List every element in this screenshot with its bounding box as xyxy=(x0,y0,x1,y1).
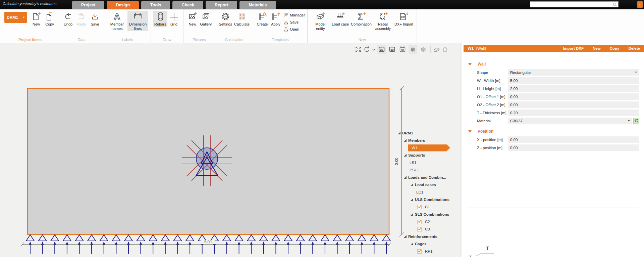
tree-item-members[interactable]: Members xyxy=(396,137,460,144)
template-apply-button[interactable]: Apply xyxy=(269,11,282,27)
combination-button[interactable]: Σ Combination xyxy=(350,11,373,27)
calculate-button[interactable]: + × ÷ = Calculate xyxy=(233,11,251,27)
tree-item-uls-combinations[interactable]: ULS Combinations xyxy=(396,196,460,203)
section-header[interactable]: Wall xyxy=(468,61,644,67)
tree-selection-highlight[interactable]: W1 xyxy=(408,144,450,152)
tree-item-load-cases[interactable]: Load cases xyxy=(396,181,460,188)
property-input[interactable]: 5.00 xyxy=(508,77,639,84)
tree-item-ls1[interactable]: LS1 xyxy=(396,159,460,166)
search-box[interactable] xyxy=(530,1,619,7)
tree-item-c1[interactable]: C1 xyxy=(396,203,460,211)
tab-materials[interactable]: Materials xyxy=(239,1,276,9)
import-dxf-button[interactable]: Import DXF xyxy=(563,46,584,50)
tree-checkbox[interactable] xyxy=(417,220,422,224)
tree-item-reinforcements[interactable]: Reinforcements xyxy=(396,233,460,240)
tree-item-rp1[interactable]: RP1 xyxy=(396,248,460,255)
info-button[interactable]: i xyxy=(637,1,643,8)
model-entity-button[interactable]: Model entity xyxy=(310,11,331,31)
tree-checkbox[interactable] xyxy=(417,205,422,209)
property-input[interactable]: 0.00 xyxy=(508,101,639,108)
zoom-fit-icon[interactable] xyxy=(355,46,362,53)
save-button[interactable]: Save xyxy=(88,11,102,27)
property-input[interactable]: 0.20 xyxy=(508,110,639,116)
model-canvas[interactable]: 5.00 2.00 xyxy=(0,43,460,257)
property-input[interactable]: 0.00 xyxy=(508,93,639,100)
new-member-button[interactable]: New xyxy=(593,46,601,50)
tab-project[interactable]: Project xyxy=(72,1,104,9)
collapse-triangle-icon[interactable] xyxy=(468,63,472,66)
tree-expander-icon[interactable] xyxy=(404,139,407,142)
property-dropdown[interactable]: Rectangular▼ xyxy=(508,69,639,76)
template-create-button[interactable]: Create xyxy=(256,11,269,27)
tree-item-sls-combinations[interactable]: SLS Combinations xyxy=(396,211,460,218)
new-project-button[interactable]: New xyxy=(30,11,43,27)
ribbon-button-label: Grid xyxy=(170,22,177,27)
member-names-toggle[interactable]: A Member names xyxy=(107,11,127,31)
divider xyxy=(21,14,21,20)
rotate-view-icon[interactable] xyxy=(363,46,370,53)
tree-item-lc1[interactable]: LC1 xyxy=(396,188,460,196)
svg-text:Σ: Σ xyxy=(358,12,363,21)
support-triangle xyxy=(284,235,292,241)
delete-member-button[interactable]: Delete xyxy=(628,46,640,50)
tree-item-psl1[interactable]: PSL1 xyxy=(396,166,460,174)
chevron-down-icon[interactable]: ▼ xyxy=(628,119,630,122)
tab-design[interactable]: Design xyxy=(107,1,139,9)
gallery-button[interactable]: Gallery xyxy=(199,11,213,27)
home-view-icon[interactable] xyxy=(442,46,448,53)
tree-expander-icon[interactable] xyxy=(411,213,413,216)
tree-expander-icon[interactable] xyxy=(411,243,413,245)
copy-member-button[interactable]: Copy xyxy=(610,46,620,50)
rebar-assembly-icon xyxy=(378,11,388,22)
tree-expander-icon[interactable] xyxy=(404,154,407,157)
load-case-button[interactable]: Load case xyxy=(331,11,350,27)
view-3d-dimensions-button[interactable]: 3D xyxy=(398,45,407,54)
chevron-down-icon[interactable]: ▼ xyxy=(635,71,637,74)
grid-toggle[interactable]: Grid xyxy=(167,11,181,27)
tree-expander-icon[interactable] xyxy=(411,198,413,201)
tree-item-supports[interactable]: Supports xyxy=(396,152,460,159)
template-manager-button[interactable]: Manager xyxy=(283,11,305,18)
tree-item-cages[interactable]: Cages xyxy=(396,240,460,248)
search-input[interactable] xyxy=(530,2,613,7)
project-selector-button[interactable]: DRM1 ▾ xyxy=(4,12,27,23)
property-dropdown[interactable]: C30/37▼ xyxy=(508,118,632,124)
rebars-toggle[interactable]: Rebars xyxy=(153,11,167,27)
collapse-triangle-icon[interactable] xyxy=(468,130,472,133)
tree-expander-icon[interactable] xyxy=(398,132,400,134)
tab-check[interactable]: Check xyxy=(172,1,203,9)
tree-checkbox[interactable] xyxy=(417,249,422,254)
tree-expander-icon[interactable] xyxy=(411,183,413,186)
template-save-button[interactable]: Save xyxy=(283,18,305,26)
tree-item-c2[interactable]: C2 xyxy=(396,218,460,225)
template-open-button[interactable]: Open xyxy=(283,26,305,33)
view-3d-button[interactable]: 3D xyxy=(388,45,396,54)
undo-button[interactable]: Undo xyxy=(61,11,75,27)
tree-item-c3[interactable]: C3 xyxy=(396,225,460,233)
material-refresh-button[interactable] xyxy=(633,118,639,124)
view-2d-button[interactable]: 2D xyxy=(377,45,386,54)
tree-item-w1[interactable]: W1 xyxy=(396,144,460,152)
dxf-import-button[interactable]: DXF DXF Import xyxy=(393,11,414,27)
rebar-assembly-button[interactable]: Rebar assembly xyxy=(373,11,393,31)
section-clip-icon[interactable] xyxy=(433,46,440,53)
copy-project-button[interactable]: Copy xyxy=(43,11,56,27)
wireframe-view-button[interactable] xyxy=(419,45,428,54)
tree-item-loads-and-combin[interactable]: Loads and Combin... xyxy=(396,174,460,181)
property-input[interactable]: 0.00 xyxy=(508,144,639,151)
dimension-lines-toggle[interactable]: Dimension lines xyxy=(127,11,148,31)
property-input[interactable]: 2.00 xyxy=(508,85,639,92)
tree-checkbox[interactable] xyxy=(417,227,422,231)
ribbon-group-label: Project items xyxy=(4,37,56,43)
property-input[interactable]: 0.00 xyxy=(508,136,639,143)
tab-tools[interactable]: Tools xyxy=(141,1,170,9)
shaded-view-button[interactable] xyxy=(409,45,417,54)
tree-item-drm1[interactable]: DRM1 xyxy=(396,129,460,137)
tree-expander-icon[interactable] xyxy=(404,176,407,179)
tab-report[interactable]: Report xyxy=(206,1,237,9)
chevron-down-icon[interactable] xyxy=(372,46,376,53)
tree-expander-icon[interactable] xyxy=(404,235,407,238)
new-picture-button[interactable]: New xyxy=(186,11,199,27)
settings-button[interactable]: </> Settings xyxy=(218,11,233,27)
section-header[interactable]: Position xyxy=(468,129,644,134)
